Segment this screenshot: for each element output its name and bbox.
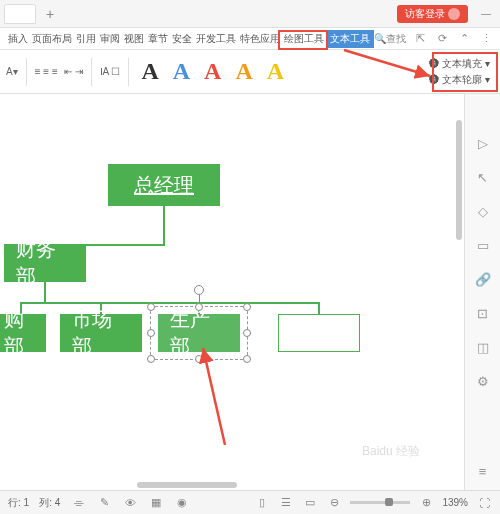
menu-developer[interactable]: 开发工具 xyxy=(194,30,238,48)
share-icon[interactable]: ⇱ xyxy=(412,31,428,47)
document-canvas[interactable]: 总经理 财务部 购部 市场部 生产部 Baidu 经验 xyxy=(0,94,464,490)
menu-special[interactable]: 特色应用 xyxy=(238,30,282,48)
vertical-scroll-thumb[interactable] xyxy=(456,120,462,240)
menu-section[interactable]: 章节 xyxy=(146,30,170,48)
add-tab-icon[interactable]: + xyxy=(40,4,60,24)
org-node-finance[interactable]: 财务部 xyxy=(4,244,86,282)
text-outline-icon: 🅐 xyxy=(429,74,439,85)
text-style-A3[interactable]: A xyxy=(200,58,225,85)
fullscreen-icon[interactable]: ⛶ xyxy=(476,495,492,511)
zoom-slider[interactable] xyxy=(350,501,410,504)
menu-page-layout[interactable]: 页面布局 xyxy=(30,30,74,48)
side-layers-icon[interactable]: ▭ xyxy=(474,236,492,254)
text-fill-icon: 🅐 xyxy=(429,58,439,69)
side-settings-icon[interactable]: ⚙ xyxy=(474,372,492,390)
org-node-marketing[interactable]: 市场部 xyxy=(60,314,142,352)
side-shape-icon[interactable]: ◇ xyxy=(474,202,492,220)
org-node-empty[interactable] xyxy=(278,314,360,352)
status-col: 列: 4 xyxy=(39,496,60,510)
vertical-scrollbar[interactable] xyxy=(456,120,464,474)
status-row: 行: 1 xyxy=(8,496,29,510)
side-select-icon[interactable]: ▷ xyxy=(474,134,492,152)
statusbar: 行: 1 列: 4 ⌯ ✎ 👁 ▦ ◉ ▯ ☰ ▭ ⊖ ⊕ 139% ⛶ xyxy=(0,490,500,514)
text-style-A1[interactable]: A xyxy=(137,58,162,85)
rotate-handle[interactable] xyxy=(194,285,204,295)
font-style-group[interactable]: A▾ xyxy=(6,66,18,77)
cloud-icon[interactable]: ⟳ xyxy=(434,31,450,47)
collapse-icon[interactable]: ⌃ xyxy=(456,31,472,47)
search-button[interactable]: 🔍 查找 xyxy=(374,32,406,46)
side-arrow-icon[interactable]: ↖ xyxy=(474,168,492,186)
menu-security[interactable]: 安全 xyxy=(170,30,194,48)
menu-drawing-tools[interactable]: 绘图工具 xyxy=(282,30,326,48)
text-outline-button[interactable]: 🅐 文本轮廓▾ xyxy=(429,73,490,87)
zoom-level[interactable]: 139% xyxy=(442,497,468,508)
zoom-in-icon[interactable]: ⊕ xyxy=(418,495,434,511)
side-link-icon[interactable]: 🔗 xyxy=(474,270,492,288)
text-style-A2[interactable]: A xyxy=(169,58,194,85)
text-fill-button[interactable]: 🅐 文本填充▾ xyxy=(429,57,490,71)
login-button[interactable]: 访客登录 xyxy=(397,5,468,23)
side-panel: ▷ ↖ ◇ ▭ 🔗 ⊡ ◫ ⚙ ≡ xyxy=(464,94,500,490)
zoom-out-icon[interactable]: ⊖ xyxy=(326,495,342,511)
status-lock-icon[interactable]: ◉ xyxy=(174,495,190,511)
resize-handle-ne[interactable] xyxy=(243,303,251,311)
view-outline-icon[interactable]: ☰ xyxy=(278,495,294,511)
view-web-icon[interactable]: ▭ xyxy=(302,495,318,511)
menu-view[interactable]: 视图 xyxy=(122,30,146,48)
status-spell-icon[interactable]: ⌯ xyxy=(70,495,86,511)
document-tab[interactable] xyxy=(4,4,36,24)
side-chart-icon[interactable]: ◫ xyxy=(474,338,492,356)
view-print-icon[interactable]: ▯ xyxy=(254,495,270,511)
org-node-purchase[interactable]: 购部 xyxy=(0,314,46,352)
list-group[interactable]: ≡ ≡ ≡ xyxy=(35,66,58,77)
text-style-A4[interactable]: A xyxy=(231,58,256,85)
side-collapse-icon[interactable]: ≡ xyxy=(474,462,492,480)
minimize-icon[interactable]: — xyxy=(476,4,496,24)
status-edit-icon[interactable]: ✎ xyxy=(96,495,112,511)
menu-references[interactable]: 引用 xyxy=(74,30,98,48)
side-image-icon[interactable]: ⊡ xyxy=(474,304,492,322)
toolbar: A▾ ≡ ≡ ≡ ⇤ ⇥ ⅠA ☐ A A A A A 🅐 文本填充▾ 🅐 文本… xyxy=(0,50,500,94)
horizontal-scroll-thumb[interactable] xyxy=(137,482,237,488)
org-node-production[interactable]: 生产部 xyxy=(158,314,240,352)
menubar: 插入 页面布局 引用 审阅 视图 章节 安全 开发工具 特色应用 绘图工具 文本… xyxy=(0,28,500,50)
status-layout-icon[interactable]: ▦ xyxy=(148,495,164,511)
more-icon[interactable]: ⋮ xyxy=(478,31,494,47)
org-node-ceo[interactable]: 总经理 xyxy=(108,164,220,206)
resize-handle-w[interactable] xyxy=(147,329,155,337)
menu-text-tools[interactable]: 文本工具 xyxy=(326,30,374,48)
watermark: Baidu 经验 xyxy=(362,443,420,460)
indent-group[interactable]: ⇤ ⇥ xyxy=(64,66,83,77)
text-style-A5[interactable]: A xyxy=(263,58,288,85)
resize-handle-se[interactable] xyxy=(243,355,251,363)
status-eye-icon[interactable]: 👁 xyxy=(122,495,138,511)
search-icon: 🔍 xyxy=(374,33,386,44)
resize-handle-sw[interactable] xyxy=(147,355,155,363)
menu-insert[interactable]: 插入 xyxy=(6,30,30,48)
menu-review[interactable]: 审阅 xyxy=(98,30,122,48)
titlebar: + 访客登录 — xyxy=(0,0,500,28)
resize-handle-nw[interactable] xyxy=(147,303,155,311)
horizontal-scrollbar[interactable] xyxy=(0,482,456,490)
text-direction-group[interactable]: ⅠA ☐ xyxy=(100,66,121,77)
resize-handle-e[interactable] xyxy=(243,329,251,337)
